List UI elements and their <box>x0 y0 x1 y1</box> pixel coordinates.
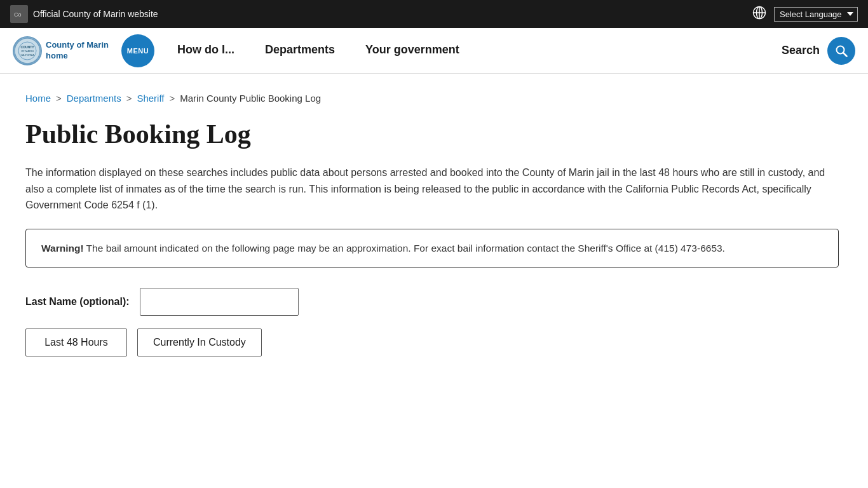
nav-link-your-government[interactable]: Your government <box>350 28 475 74</box>
breadcrumb-sheriff[interactable]: Sheriff <box>137 93 164 104</box>
breadcrumb-sep-1: > <box>56 93 62 104</box>
search-label: Search <box>782 44 820 57</box>
last-48-hours-button[interactable]: Last 48 Hours <box>25 329 127 356</box>
last-name-label: Last Name (optional): <box>25 296 130 308</box>
nav-link-departments[interactable]: Departments <box>250 28 350 74</box>
warning-text: The bail amount indicated on the followi… <box>84 243 725 254</box>
nav-links: How do I... Departments Your government <box>162 28 782 74</box>
nav-logo[interactable]: COUNTY OF MARIN CALIFORNIA County of Mar… <box>13 35 109 67</box>
breadcrumb-sep-3: > <box>170 93 175 104</box>
form-row: Last Name (optional): <box>25 288 843 316</box>
main-nav: COUNTY OF MARIN CALIFORNIA County of Mar… <box>0 28 868 74</box>
svg-text:COUNTY: COUNTY <box>20 45 34 49</box>
content-area: Home > Departments > Sheriff > Marin Cou… <box>0 74 868 395</box>
svg-text:CALIFORNIA: CALIFORNIA <box>20 54 34 57</box>
breadcrumb-current: Marin County Public Booking Log <box>180 93 321 104</box>
breadcrumb: Home > Departments > Sheriff > Marin Cou… <box>25 93 843 104</box>
nav-logo-img: COUNTY OF MARIN CALIFORNIA County of Mar… <box>13 35 109 67</box>
svg-text:OF MARIN: OF MARIN <box>21 50 34 53</box>
breadcrumb-sep-2: > <box>126 93 132 104</box>
svg-text:Co: Co <box>14 11 22 18</box>
county-logo-small: Co <box>10 5 28 23</box>
breadcrumb-departments[interactable]: Departments <box>67 93 121 104</box>
nav-logo-text: County of Marinhome <box>46 40 109 62</box>
warning-box: Warning! The bail amount indicated on th… <box>25 229 839 268</box>
page-description: The information displayed on these searc… <box>25 165 839 214</box>
svg-line-12 <box>843 53 847 57</box>
warning-label: Warning! <box>41 243 84 254</box>
currently-in-custody-button[interactable]: Currently In Custody <box>137 329 262 356</box>
buttons-row: Last 48 Hours Currently In Custody <box>25 329 843 356</box>
top-bar: Co Official County of Marin website Sele… <box>0 0 868 28</box>
language-select[interactable]: Select Language Spanish French Chinese <box>774 7 858 22</box>
breadcrumb-home[interactable]: Home <box>25 93 51 104</box>
page-title: Public Booking Log <box>25 119 843 149</box>
nav-search: Search <box>782 37 855 65</box>
site-title: Official County of Marin website <box>33 9 158 19</box>
top-bar-right: Select Language Spanish French Chinese <box>752 6 858 23</box>
county-seal: COUNTY OF MARIN CALIFORNIA <box>13 36 42 65</box>
menu-button[interactable]: MENU <box>121 34 154 67</box>
globe-icon[interactable] <box>752 6 766 23</box>
nav-link-how-do-i[interactable]: How do I... <box>162 28 250 74</box>
search-button[interactable] <box>827 37 855 65</box>
last-name-input[interactable] <box>140 288 299 316</box>
top-bar-left: Co Official County of Marin website <box>10 5 158 23</box>
